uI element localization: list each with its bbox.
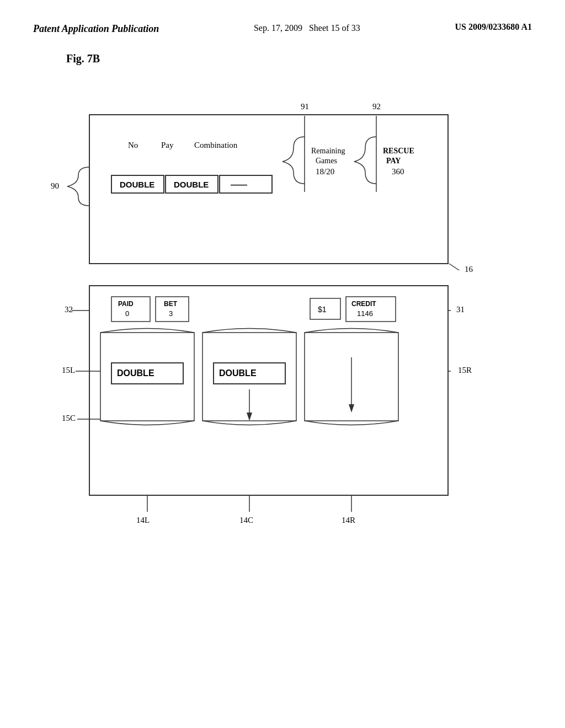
main-diagram: 16 No Pay Combination 91 92 Remaining Ga… <box>34 82 531 635</box>
svg-marker-24 <box>349 404 354 413</box>
ref-31: 31 <box>456 305 465 314</box>
publication-date: Sep. 17, 2009 Sheet 15 of 33 <box>254 22 360 34</box>
upper-symbol2: DOUBLE <box>174 180 209 189</box>
figure-label: Fig. 7B <box>66 52 532 65</box>
reel-left-symbol: DOUBLE <box>117 368 154 378</box>
ref-14L: 14L <box>136 516 150 524</box>
col-no: No <box>128 141 138 149</box>
rescue-value: 360 <box>392 167 404 176</box>
credit-value: 1146 <box>357 309 373 318</box>
ref-91: 91 <box>301 102 309 111</box>
remaining-label2: Games <box>316 157 337 165</box>
ref-15L: 15L <box>62 366 75 374</box>
rescue-label1: RESCUE <box>383 147 414 155</box>
paid-value: 0 <box>125 309 129 318</box>
remaining-label1: Remaining <box>311 147 345 155</box>
svg-marker-20 <box>247 413 252 421</box>
ref-14C: 14C <box>239 516 253 524</box>
bet-label: BET <box>164 300 178 308</box>
col-combination: Combination <box>194 141 238 149</box>
row-90-label: 90 <box>51 181 59 190</box>
reel-center-symbol: DOUBLE <box>219 368 257 378</box>
upper-symbol1: DOUBLE <box>120 180 154 189</box>
dollar-label: $1 <box>318 305 327 314</box>
svg-line-1 <box>449 264 459 270</box>
credit-label: CREDIT <box>351 300 376 308</box>
paid-label: PAID <box>118 300 134 308</box>
page: Patent Application Publication Sep. 17, … <box>0 0 565 728</box>
ref-15C: 15C <box>62 414 76 422</box>
col-pay: Pay <box>161 141 174 149</box>
svg-rect-0 <box>89 115 448 264</box>
bet-value: 3 <box>169 309 173 318</box>
ref-16: 16 <box>465 265 473 274</box>
rescue-label2: PAY <box>386 157 401 165</box>
publication-number: US 2009/0233680 A1 <box>455 22 532 32</box>
upper-symbol3: —— <box>231 180 247 189</box>
ref-32: 32 <box>65 305 73 314</box>
ref-15R: 15R <box>458 366 472 374</box>
publication-title: Patent Application Publication <box>33 22 159 36</box>
header: Patent Application Publication Sep. 17, … <box>33 22 532 36</box>
remaining-value: 18/20 <box>316 167 334 176</box>
diagram-svg: 16 No Pay Combination 91 92 Remaining Ga… <box>34 82 531 633</box>
ref-92: 92 <box>372 102 381 111</box>
ref-14R: 14R <box>342 516 355 524</box>
svg-rect-7 <box>89 286 448 495</box>
